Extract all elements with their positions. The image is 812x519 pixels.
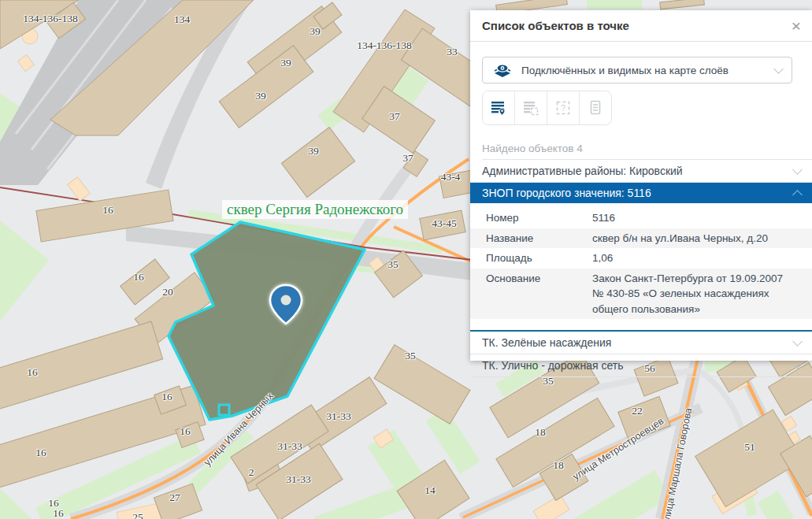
detail-value: 5116 bbox=[592, 210, 797, 226]
detail-row: Номер 5116 bbox=[470, 208, 812, 228]
chevron-down-icon bbox=[792, 336, 803, 347]
chevron-down-icon bbox=[773, 64, 784, 74]
detail-value: Закон Санкт-Петербурга от 19.09.2007 № 4… bbox=[592, 271, 797, 317]
objects-at-point-panel: Список объектов в точке × Подключённых и… bbox=[470, 10, 812, 361]
detail-label: Название bbox=[470, 231, 592, 247]
objects-by-area-button[interactable] bbox=[515, 91, 547, 124]
detail-label: Площадь bbox=[470, 250, 592, 266]
results-count: Найдено объектов 4 bbox=[482, 143, 812, 160]
detail-row: Площадь 1,06 bbox=[470, 248, 812, 269]
section-tk-roads[interactable]: ТК. Улично - дорожная сеть bbox=[470, 354, 812, 377]
document-icon bbox=[587, 99, 604, 117]
detail-value: 1,06 bbox=[592, 250, 797, 266]
layers-eye-icon bbox=[492, 61, 513, 79]
highlight-notch bbox=[219, 405, 229, 415]
identify-area-button[interactable]: ? bbox=[547, 91, 580, 124]
section-label: ЗНОП городского значения: 5116 bbox=[482, 187, 651, 199]
section-label: Административные районы: Кировский bbox=[482, 165, 683, 177]
list-pin-icon bbox=[490, 99, 507, 117]
panel-header: Список объектов в точке × bbox=[470, 10, 812, 42]
detail-label: Номер bbox=[470, 210, 592, 226]
detail-value: сквер б/н на ул.Ивана Черных, д.20 bbox=[592, 231, 797, 247]
question-area-icon: ? bbox=[554, 99, 572, 117]
objects-by-point-button[interactable] bbox=[483, 91, 515, 124]
close-icon[interactable]: × bbox=[792, 18, 801, 34]
layer-filter-value: Подключённых и видимых на карте слоёв bbox=[521, 65, 775, 76]
app-root: { "panel": { "title": "Список объектов в… bbox=[0, 0, 812, 519]
chevron-up-icon bbox=[792, 190, 803, 200]
section-label: ТК. Зелёные насаждения bbox=[482, 336, 611, 349]
detail-label: Основание bbox=[470, 271, 592, 317]
chevron-down-icon bbox=[792, 359, 803, 369]
layer-filter-dropdown[interactable]: Подключённых и видимых на карте слоёв bbox=[482, 57, 792, 83]
znop-details: Номер 5116 Название сквер б/н на ул.Иван… bbox=[470, 203, 812, 332]
chevron-down-icon bbox=[792, 165, 803, 175]
report-document-button[interactable] bbox=[580, 91, 611, 124]
section-znop-header[interactable]: ЗНОП городского значения: 5116 bbox=[470, 183, 812, 203]
svg-text:?: ? bbox=[561, 104, 565, 113]
panel-title: Список объектов в точке bbox=[482, 19, 629, 32]
list-area-icon bbox=[522, 99, 539, 117]
detail-row: Основание Закон Санкт-Петербурга от 19.0… bbox=[470, 269, 812, 320]
section-tk-green[interactable]: ТК. Зелёные насаждения bbox=[470, 332, 812, 354]
section-label: ТК. Улично - дорожная сеть bbox=[482, 359, 623, 372]
detail-row: Название сквер б/н на ул.Ивана Черных, д… bbox=[470, 228, 812, 249]
section-admin-districts[interactable]: Административные районы: Кировский bbox=[470, 160, 812, 183]
panel-toolbar: ? bbox=[482, 91, 612, 125]
